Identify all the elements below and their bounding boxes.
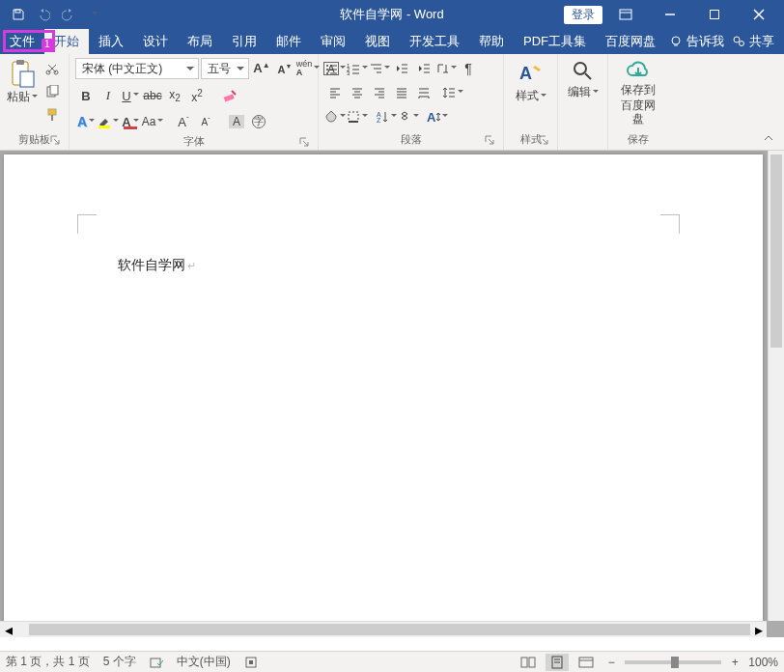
maximize-icon[interactable] [693, 0, 736, 29]
cut-icon[interactable] [42, 58, 63, 79]
char-shading-icon[interactable]: A [226, 111, 247, 132]
tab-pdf-tools[interactable]: PDF工具集 [514, 29, 596, 54]
align-right-icon[interactable] [369, 82, 390, 103]
tab-baidu[interactable]: 百度网盘 [596, 29, 665, 54]
tab-references[interactable]: 引用 [222, 29, 266, 54]
zoom-in-icon[interactable]: + [727, 656, 742, 669]
status-macro-icon[interactable] [244, 656, 258, 669]
editing-button[interactable]: 编辑 [564, 58, 602, 98]
bullets-icon[interactable] [324, 58, 346, 79]
font-color-icon[interactable]: A [120, 111, 141, 132]
save-icon[interactable] [8, 4, 29, 25]
tab-insert[interactable]: 插入 [89, 29, 133, 54]
styles-launcher-icon[interactable] [538, 135, 549, 147]
svg-rect-19 [51, 115, 53, 121]
undo-icon[interactable] [33, 4, 54, 25]
clipboard-icon [9, 58, 36, 89]
vertical-scrollbar[interactable] [768, 151, 784, 621]
strikethrough-icon[interactable]: abc [142, 85, 163, 106]
styles-button[interactable]: A 样式 [510, 58, 551, 102]
status-page[interactable]: 第 1 页，共 1 页 [6, 654, 90, 670]
paste-button[interactable]: 粘贴 [6, 58, 38, 105]
status-proofing-icon[interactable] [150, 656, 163, 669]
horizontal-scrollbar[interactable]: ◂ ▸ [0, 621, 767, 637]
multilevel-list-icon[interactable] [369, 58, 390, 79]
align-distribute-icon[interactable] [413, 82, 434, 103]
text-direction-icon[interactable] [435, 58, 457, 79]
tab-layout[interactable]: 布局 [178, 29, 222, 54]
web-layout-icon[interactable] [574, 654, 598, 671]
zoom-slider[interactable] [625, 660, 721, 664]
font-size-select[interactable]: 五号 [201, 58, 249, 79]
minimize-icon[interactable] [649, 0, 691, 29]
phonetic-guide-icon[interactable]: wénA [297, 58, 319, 79]
tab-view[interactable]: 视图 [355, 29, 400, 54]
line-spacing-icon[interactable] [442, 82, 463, 103]
snap-to-grid-icon[interactable]: A [427, 106, 448, 127]
numbering-icon[interactable]: 123 [347, 58, 368, 79]
shrink-font2-icon[interactable]: Aˇ [195, 111, 216, 132]
tab-design[interactable]: 设计 [133, 29, 178, 54]
enclose-char-icon[interactable]: 字 [248, 111, 269, 132]
text-effects-icon[interactable]: A [75, 111, 97, 132]
qat-customize-icon[interactable] [83, 4, 104, 25]
ribbon-display-icon[interactable] [604, 0, 647, 29]
tab-mailings[interactable]: 邮件 [266, 29, 311, 54]
show-marks-icon[interactable]: ¶ [458, 58, 479, 79]
share-button[interactable]: 共享 [732, 33, 774, 50]
asian-layout-icon[interactable] [398, 106, 419, 127]
status-word-count[interactable]: 5 个字 [103, 654, 136, 670]
subscript-icon[interactable]: x2 [164, 85, 185, 106]
increase-indent-icon[interactable] [413, 58, 434, 79]
align-justify-icon[interactable] [391, 82, 412, 103]
underline-icon[interactable]: U [120, 85, 141, 106]
sort-icon[interactable]: AZ [376, 106, 397, 127]
zoom-out-icon[interactable]: − [603, 656, 619, 669]
vertical-scroll-thumb[interactable] [770, 154, 782, 348]
decrease-indent-icon[interactable] [391, 58, 412, 79]
status-language[interactable]: 中文(中国) [177, 654, 231, 670]
align-left-icon[interactable] [324, 82, 346, 103]
svg-rect-0 [15, 10, 20, 13]
read-mode-icon[interactable] [517, 654, 540, 671]
group-editing: 编辑 [558, 54, 608, 150]
clear-formatting-icon[interactable] [219, 85, 240, 106]
grow-font-icon[interactable]: A▲ [251, 58, 272, 79]
login-button[interactable]: 登录 [564, 6, 602, 24]
borders-icon[interactable] [347, 106, 368, 127]
tab-help[interactable]: 帮助 [469, 29, 514, 54]
change-case-icon[interactable]: Aa [142, 111, 163, 132]
grow-font2-icon[interactable]: Aˇ [173, 111, 194, 132]
document-text[interactable]: 软件自学网↵ [118, 257, 196, 274]
superscript-icon[interactable]: x2 [186, 85, 208, 106]
hscroll-right-icon[interactable]: ▸ [750, 622, 767, 637]
bold-icon[interactable]: B [75, 85, 97, 106]
clipboard-launcher-icon[interactable] [49, 135, 61, 147]
tell-me[interactable]: 告诉我 [669, 33, 724, 50]
align-center-icon[interactable] [347, 82, 368, 103]
zoom-thumb[interactable] [671, 657, 679, 668]
tab-file[interactable]: 文件 [0, 29, 44, 54]
italic-icon[interactable]: I [98, 85, 119, 106]
title-bar: 软件自学网 - Word 登录 [0, 0, 784, 29]
paragraph-launcher-icon[interactable] [484, 135, 495, 147]
horizontal-scroll-thumb[interactable] [29, 624, 763, 635]
shrink-font-icon[interactable]: A▼ [274, 58, 295, 79]
zoom-level[interactable]: 100% [748, 656, 778, 669]
tab-developer[interactable]: 开发工具 [400, 29, 469, 54]
hscroll-left-icon[interactable]: ◂ [0, 622, 16, 637]
copy-icon[interactable] [42, 81, 63, 102]
shading-icon[interactable] [324, 106, 346, 127]
tab-review[interactable]: 审阅 [311, 29, 355, 54]
redo-icon[interactable] [58, 4, 79, 25]
close-icon[interactable] [738, 0, 780, 29]
highlight-icon[interactable] [98, 111, 119, 132]
svg-rect-12 [16, 60, 24, 65]
page[interactable]: 软件自学网↵ [4, 154, 763, 637]
print-layout-icon[interactable] [546, 654, 569, 671]
collapse-ribbon-icon[interactable] [763, 130, 778, 146]
font-launcher-icon[interactable] [298, 137, 310, 149]
save-to-baidu-button[interactable]: 保存到 百度网盘 [616, 58, 660, 126]
format-painter-icon[interactable] [42, 104, 63, 126]
font-name-select[interactable]: 宋体 (中文正文) [75, 58, 199, 79]
